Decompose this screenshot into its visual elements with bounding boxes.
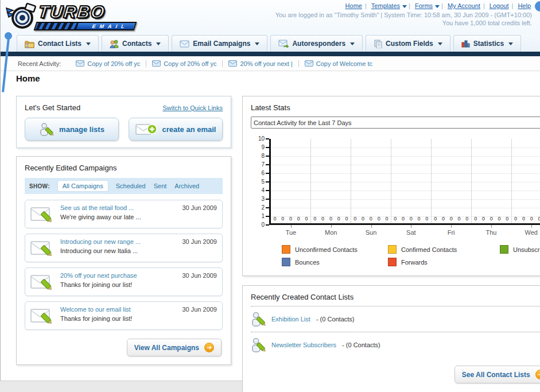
chart-value-label: 0 [506, 216, 508, 222]
recent-activity-item[interactable]: Copy of Welcome tc [299, 60, 378, 67]
tab-email-campaigns[interactable]: Email Campaigns [172, 35, 267, 52]
campaign-title-link[interactable]: Introducing our new range ... [60, 238, 141, 245]
show-label: SHOW: [29, 183, 50, 189]
legend-item: Bounces [282, 258, 388, 266]
login-status-text: You are logged in as "Timothy Smith" | S… [275, 11, 532, 18]
switch-quick-links[interactable]: Switch to Quick Links [162, 104, 223, 111]
chart-value-label: 0 [362, 216, 364, 222]
chart-value-label: 0 [474, 216, 477, 222]
recent-activity-item[interactable]: Copy of 20% off yc [70, 60, 146, 67]
chart-value-label: 0 [410, 216, 413, 222]
chart-value-label: 0 [522, 216, 525, 222]
tab-statistics[interactable]: Statistics [453, 35, 521, 52]
legend-label: Forwards [401, 259, 428, 266]
chart-value-label: 0 [538, 216, 540, 222]
campaign-date: 30 Jun 2009 [182, 272, 217, 279]
chart-value-label: 0 [394, 216, 397, 222]
x-tick-label: Sun [351, 225, 391, 236]
campaign-row[interactable]: 20% off your next purchase30 Jun 2009 Th… [25, 267, 223, 296]
campaign-title-link[interactable]: Welcome to our email list [60, 306, 131, 313]
link-logout[interactable]: Logout [490, 2, 509, 9]
autoresponders-icon [278, 40, 289, 48]
envelope-icon [76, 60, 84, 67]
tab-contact-lists[interactable]: Contact Lists [17, 35, 99, 52]
legend-label: Unconfirmed Contacts [295, 246, 358, 253]
logo-text-email: EMAIL [91, 24, 129, 29]
contact-list-row[interactable]: Newsletter Subscribers - (0 Contacts) [251, 332, 540, 358]
recent-activity-item[interactable]: 20% off your next | [223, 60, 298, 67]
contact-lists-panel: Recently Created Contact Lists Exhibitio… [242, 285, 540, 392]
campaign-row[interactable]: See us at the retail food ...30 Jun 2009… [25, 200, 223, 228]
legend-swatch [282, 245, 290, 254]
legend-swatch [282, 258, 290, 266]
person-pencil-icon [251, 311, 266, 327]
chart-value-label: 0 [313, 216, 316, 222]
manage-lists-button[interactable]: manage lists [25, 118, 119, 141]
latest-stats-title: Latest Stats [251, 103, 540, 112]
filter-scheduled[interactable]: Scheduled [116, 183, 146, 189]
contact-list-count: - (0 Contacts) [316, 316, 355, 323]
campaign-title-link[interactable]: 20% off your next purchase [60, 272, 137, 279]
legend-label: Unsubscribes [513, 246, 540, 253]
view-all-campaigns-button[interactable]: View All Campaigns ➜ [127, 339, 222, 356]
x-tick-label: Sat [391, 225, 431, 236]
recent-activity-item[interactable]: Copy of 20% off yc [146, 60, 223, 67]
logo-email-bar: EMAIL [34, 22, 137, 30]
link-home[interactable]: Home [345, 2, 362, 9]
contact-list-link[interactable]: Exhibition List [271, 316, 310, 323]
link-forms[interactable]: Forms [415, 2, 433, 9]
campaign-row[interactable]: Introducing our new range ...30 Jun 2009… [25, 234, 223, 262]
turbo-email-logo: TURBO EMAIL [5, 2, 149, 32]
top-nav-links: Home| Templates| Forms| My Account| Logo… [275, 2, 532, 9]
campaign-title-link[interactable]: See us at the retail food ... [60, 204, 134, 211]
chart-category-group: 00000 [471, 139, 511, 223]
filter-archived[interactable]: Archived [174, 183, 199, 189]
chart-value-label: 0 [385, 216, 388, 222]
chart-category-group: 00000 [391, 139, 431, 223]
chart-value-label: 0 [458, 216, 461, 222]
campaign-row[interactable]: Welcome to our email list30 Jun 2009 Tha… [25, 301, 223, 330]
chevron-down-icon [255, 42, 259, 45]
page-title: Home [16, 73, 540, 83]
get-started-panel: Let's Get Started Switch to Quick Links … [16, 96, 231, 148]
tab-contacts[interactable]: Contacts [102, 35, 169, 52]
envelope-icon [305, 60, 313, 67]
templates-dropdown-icon[interactable] [402, 5, 407, 8]
envelope-pencil-icon [30, 238, 55, 258]
logo-stripes [36, 23, 79, 29]
stats-report-select[interactable]: Contact Activity for the Last 7 Days [251, 117, 540, 129]
campaign-subtitle: We're giving away our late ... [60, 214, 217, 220]
create-email-button[interactable]: create an email [129, 118, 223, 141]
chart-value-label: 0 [281, 216, 284, 222]
forms-dropdown-icon[interactable] [435, 5, 440, 8]
chart-value-label: 0 [465, 216, 468, 222]
see-all-contact-lists-button[interactable]: See All Contact Lists ➜ [454, 366, 540, 383]
tab-autoresponders[interactable]: Autoresponders [270, 35, 363, 52]
chart-value-label: 0 [402, 216, 405, 222]
legend-item: Unconfirmed Contacts [282, 245, 388, 254]
statistics-icon [461, 40, 470, 48]
recent-campaigns-panel: Recently Edited Campaigns SHOW: All Camp… [16, 156, 231, 365]
chevron-down-icon [156, 42, 161, 45]
chart-plot-area: 00000000000000000000000000000000000 [269, 139, 540, 225]
header-links: Home| Templates| Forms| My Account| Logo… [275, 2, 532, 26]
filter-all-campaigns[interactable]: All Campaigns [58, 181, 108, 191]
legend-swatch [388, 258, 397, 266]
contact-list-row[interactable]: Exhibition List - (0 Contacts) [251, 306, 540, 332]
chevron-down-icon [508, 42, 513, 45]
x-tick-label: Fri [431, 225, 471, 236]
person-pencil-icon [251, 337, 266, 353]
contact-list-count: - (0 Contacts) [342, 341, 380, 348]
chart-value-label: 0 [329, 216, 332, 222]
campaign-filter-bar: SHOW: All Campaigns Scheduled Sent Archi… [25, 178, 223, 194]
contacts-icon [110, 40, 119, 48]
chart-value-label: 0 [353, 216, 356, 222]
filter-sent[interactable]: Sent [154, 183, 167, 189]
link-my-account[interactable]: My Account [448, 2, 480, 9]
contact-list-link[interactable]: Newsletter Subscribers [271, 341, 336, 348]
link-help[interactable]: Help [518, 2, 531, 9]
tab-custom-fields[interactable]: Custom Fields [366, 35, 450, 52]
link-templates[interactable]: Templates [371, 2, 400, 9]
chevron-down-icon [438, 42, 442, 45]
turbocharger-icon [5, 2, 38, 30]
